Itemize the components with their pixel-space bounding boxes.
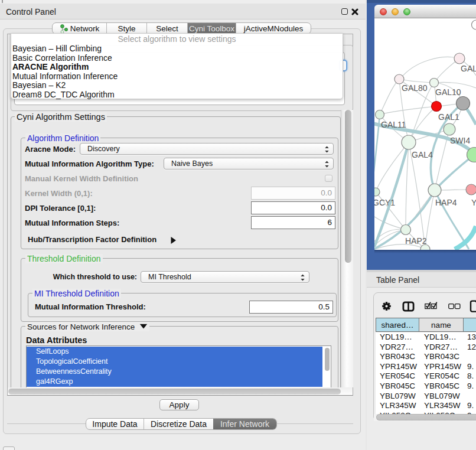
svg-text:GAL10: GAL10 bbox=[435, 87, 461, 97]
svg-text:GCY1: GCY1 bbox=[374, 198, 395, 207]
svg-text:Y: Y bbox=[471, 198, 476, 207]
svg-text:HAP2: HAP2 bbox=[405, 236, 427, 246]
svg-text:HAP4: HAP4 bbox=[435, 198, 457, 207]
svg-text:GAL7: GAL7 bbox=[461, 64, 476, 73]
svg-text:GAL11: GAL11 bbox=[381, 120, 406, 129]
svg-text:GAL4: GAL4 bbox=[412, 150, 433, 159]
svg-text:GAL1: GAL1 bbox=[438, 112, 459, 122]
svg-text:GAL80: GAL80 bbox=[402, 83, 428, 93]
svg-text:SWI4: SWI4 bbox=[450, 136, 470, 145]
